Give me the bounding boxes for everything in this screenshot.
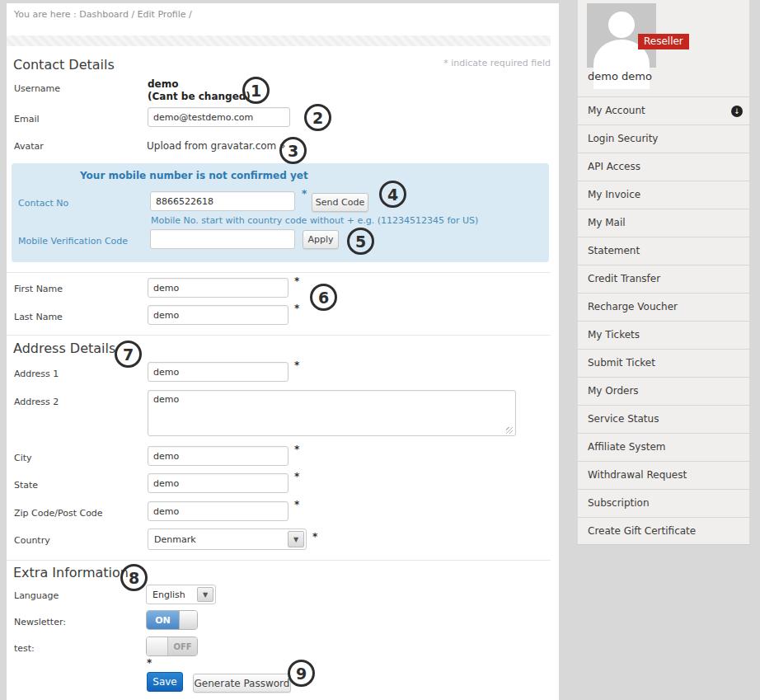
sidebar-item-login-security[interactable]: Login Security [577, 124, 750, 153]
verification-code-field[interactable] [150, 229, 295, 249]
sidebar-item-label: My Orders [588, 385, 639, 397]
toggle-off-label: OFF [168, 637, 197, 655]
address1-required-marker: * [294, 359, 299, 371]
sidebar-item-my-tickets[interactable]: My Tickets [577, 321, 750, 349]
sidebar-item-label: My Invoice [588, 189, 640, 200]
country-select-value: Denmark [154, 534, 196, 545]
generate-password-button[interactable]: Generate Password [193, 674, 291, 693]
sidebar-item-recharge-voucher[interactable]: Recharge Voucher [577, 293, 750, 321]
email-field[interactable] [148, 107, 290, 127]
language-select[interactable]: English ▼ [146, 585, 216, 604]
sidebar-item-withdrawal-request[interactable]: Withdrawal Request [577, 461, 750, 489]
zip-field[interactable] [148, 501, 289, 521]
down-arrow-circle-icon[interactable]: ↓ [731, 106, 743, 117]
sidebar-item-label: Login Security [588, 133, 658, 144]
state-field[interactable] [148, 473, 289, 493]
divider [7, 335, 551, 336]
sidebar-item-submit-ticket[interactable]: Submit Ticket [577, 349, 750, 377]
email-label: Email [14, 114, 40, 124]
state-required-marker: * [294, 471, 299, 482]
sidebar-item-my-mail[interactable]: My Mail [577, 209, 750, 237]
gravatar-upload-link[interactable]: Upload from gravatar.com » [147, 140, 285, 152]
apply-button[interactable]: Apply [303, 230, 339, 249]
sidebar-item-service-status[interactable]: Service Status [577, 405, 750, 433]
address2-field[interactable]: demo [148, 390, 516, 436]
first-name-required-marker: * [294, 275, 299, 287]
sidebar-item-my-invoice[interactable]: My Invoice [577, 181, 750, 209]
mobile-box-title: Your mobile number is not confirmed yet [80, 170, 308, 181]
divider [7, 272, 551, 273]
sidebar-item-label: Withdrawal Request [588, 469, 687, 481]
zip-required-marker: * [294, 499, 299, 510]
sidebar-item-label: Create Gift Certificate [588, 525, 696, 537]
test-toggle[interactable]: OFF [146, 637, 198, 656]
sidebar-menu: My Account ↓ Login Security API Access M… [577, 96, 750, 545]
decorative-stripe-bar [7, 35, 551, 46]
sidebar-item-api-access[interactable]: API Access [577, 153, 750, 181]
username-label: Username [14, 83, 60, 94]
sidebar-item-my-orders[interactable]: My Orders [577, 377, 750, 405]
annotation-2: 2 [304, 104, 331, 131]
country-select[interactable]: Denmark ▼ [148, 529, 307, 550]
sidebar-item-label: Service Status [588, 413, 659, 425]
annotation-1: 1 [242, 77, 270, 104]
last-name-field[interactable] [148, 305, 289, 325]
language-select-value: English [152, 590, 185, 600]
annotation-4: 4 [379, 181, 406, 208]
last-name-label: Last Name [14, 312, 63, 322]
toggle-knob [147, 637, 168, 655]
username-value: demo [148, 78, 178, 90]
sidebar-item-subscription[interactable]: Subscription [577, 489, 750, 517]
annotation-3: 3 [279, 137, 307, 164]
sidebar-item-create-gift-certificate[interactable]: Create Gift Certificate [577, 517, 750, 545]
language-label: Language [14, 590, 59, 601]
sidebar-item-label: Statement [588, 245, 640, 256]
username-note: (Cant be changed) [148, 91, 251, 102]
save-button[interactable]: Save [147, 672, 183, 692]
first-name-field[interactable] [148, 278, 289, 298]
state-label: State [14, 480, 38, 491]
avatar-label: Avatar [14, 141, 44, 152]
address1-field[interactable] [148, 362, 289, 382]
contact-no-required-marker: * [302, 188, 307, 200]
country-required-marker: * [312, 531, 317, 543]
breadcrumb[interactable]: You are here : Dashboard / Edit Profile … [14, 9, 192, 20]
required-field-note: * indicate required field [443, 58, 551, 68]
annotation-8: 8 [120, 564, 148, 591]
address-details-heading: Address Details [13, 341, 115, 356]
test-label: test: [14, 643, 35, 654]
sidebar-user-name: demo demo [588, 70, 652, 82]
sidebar-item-label: Subscription [588, 497, 650, 509]
zip-label: Zip Code/Post Code [14, 508, 103, 519]
sidebar-item-label: Submit Ticket [588, 357, 655, 369]
sidebar-item-statement[interactable]: Statement [577, 237, 750, 265]
mobile-helper-text: Mobile No. start with country code witho… [151, 215, 478, 226]
contact-no-field[interactable] [150, 191, 295, 211]
sidebar-item-label: Credit Transfer [588, 273, 660, 284]
avatar-person-icon [608, 12, 635, 38]
annotation-5: 5 [347, 228, 374, 255]
address2-label: Address 2 [14, 397, 59, 407]
send-code-button[interactable]: Send Code [312, 193, 368, 212]
textarea-resize-grip[interactable] [506, 427, 513, 434]
country-label: Country [14, 535, 50, 546]
chevron-down-icon: ▼ [197, 587, 213, 602]
divider [7, 560, 551, 561]
sidebar-item-label: Recharge Voucher [588, 301, 678, 312]
city-field[interactable] [148, 446, 289, 466]
sidebar-item-my-account[interactable]: My Account ↓ [577, 96, 750, 124]
contact-no-label: Contact No [18, 198, 68, 209]
city-label: City [14, 453, 32, 463]
sidebar-item-label: My Mail [588, 217, 626, 228]
city-required-marker: * [294, 444, 299, 455]
sidebar-item-label: API Access [588, 161, 640, 172]
newsletter-toggle[interactable]: ON [146, 610, 198, 630]
annotation-6: 6 [310, 284, 337, 311]
chevron-down-icon: ▼ [288, 531, 304, 547]
reseller-badge: Reseller [638, 34, 689, 49]
sidebar-item-credit-transfer[interactable]: Credit Transfer [577, 265, 750, 293]
sidebar-item-affiliate-system[interactable]: Affiliate System [577, 433, 750, 461]
annotation-9: 9 [288, 660, 315, 687]
sidebar-item-label: My Account [588, 105, 645, 116]
sidebar-item-label: Affiliate System [588, 441, 665, 453]
